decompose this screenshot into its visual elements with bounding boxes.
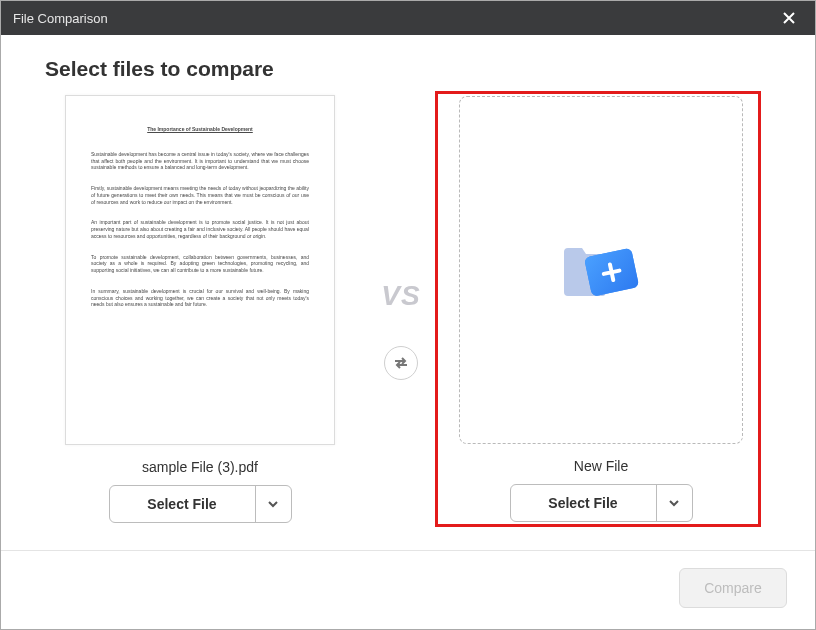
left-file-slot: The Importance of Sustainable Developmen… bbox=[45, 95, 355, 525]
preview-paragraph: In summary, sustainable development is c… bbox=[91, 288, 309, 308]
middle-column: VS bbox=[373, 95, 429, 525]
preview-paragraph: Sustainable development has become a cen… bbox=[91, 151, 309, 171]
right-select-file-button[interactable]: Select File bbox=[511, 485, 656, 521]
window-title: File Comparison bbox=[13, 11, 108, 26]
right-select-file-dropdown[interactable] bbox=[656, 485, 692, 521]
right-filename: New File bbox=[574, 458, 628, 474]
compare-row: The Importance of Sustainable Developmen… bbox=[45, 95, 771, 525]
left-select-file-group: Select File bbox=[109, 485, 292, 523]
chevron-down-icon bbox=[267, 498, 279, 510]
preview-paragraph: Firstly, sustainable development means m… bbox=[91, 185, 309, 205]
main-panel: Select files to compare The Importance o… bbox=[1, 35, 815, 550]
left-filename: sample File (3).pdf bbox=[142, 459, 258, 475]
vs-label: VS bbox=[381, 280, 420, 312]
preview-paragraph: To promote sustainable development, coll… bbox=[91, 254, 309, 274]
right-select-file-group: Select File bbox=[510, 484, 693, 522]
left-select-file-dropdown[interactable] bbox=[255, 486, 291, 522]
footer: Compare bbox=[1, 550, 815, 625]
compare-button[interactable]: Compare bbox=[679, 568, 787, 608]
right-slot-highlight: New File Select File bbox=[435, 91, 761, 527]
swap-icon bbox=[393, 355, 409, 371]
preview-doc-title: The Importance of Sustainable Developmen… bbox=[91, 126, 309, 133]
left-file-preview[interactable]: The Importance of Sustainable Developmen… bbox=[65, 95, 335, 445]
preview-paragraph: An important part of sustainable develop… bbox=[91, 219, 309, 239]
left-select-file-button[interactable]: Select File bbox=[110, 486, 255, 522]
close-icon bbox=[783, 12, 795, 24]
right-file-slot: New File Select File bbox=[446, 96, 756, 522]
close-button[interactable] bbox=[775, 4, 803, 32]
chevron-down-icon bbox=[668, 497, 680, 509]
page-heading: Select files to compare bbox=[45, 57, 771, 81]
right-file-dropzone[interactable] bbox=[459, 96, 743, 444]
titlebar: File Comparison bbox=[1, 1, 815, 35]
add-file-icon bbox=[558, 234, 644, 306]
swap-button[interactable] bbox=[384, 346, 418, 380]
